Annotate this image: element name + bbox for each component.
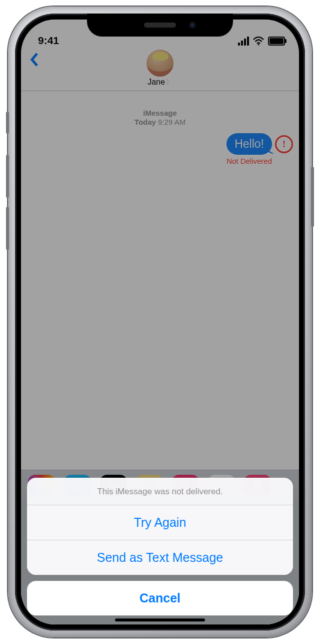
- thread-label: iMessage: [27, 109, 293, 117]
- conversation-header: Jane 〉: [21, 49, 299, 91]
- battery-icon: [268, 37, 285, 46]
- send-as-text-button[interactable]: Send as Text Message: [27, 540, 293, 575]
- volume-down: [6, 207, 9, 250]
- svg-point-0: [258, 44, 259, 45]
- action-sheet: This iMessage was not delivered. Try Aga…: [27, 478, 293, 615]
- power-button: [311, 167, 314, 227]
- phone-frame: 9:41: [8, 7, 312, 637]
- wifi-icon: [253, 36, 264, 47]
- cellular-icon: [238, 37, 249, 46]
- action-sheet-title: This iMessage was not delivered.: [27, 478, 293, 505]
- contact-name: Jane: [148, 78, 165, 87]
- error-icon[interactable]: !: [275, 135, 293, 153]
- notch: [87, 14, 233, 37]
- mute-switch: [6, 112, 9, 134]
- back-button[interactable]: [27, 51, 42, 69]
- cancel-button[interactable]: Cancel: [27, 581, 293, 615]
- message-bubble[interactable]: Hello!: [226, 133, 272, 155]
- thread-timestamp: Today 9:29 AM: [27, 118, 293, 126]
- conversation-view[interactable]: iMessage Today 9:29 AM Hello! ! Not Deli…: [21, 102, 299, 470]
- contact-info[interactable]: Jane 〉: [146, 50, 174, 87]
- try-again-button[interactable]: Try Again: [27, 505, 293, 540]
- avatar: [146, 50, 174, 77]
- home-indicator[interactable]: [115, 618, 205, 621]
- volume-up: [6, 155, 9, 198]
- chevron-right-icon: 〉: [166, 78, 172, 87]
- message-status: Not Delivered: [27, 157, 293, 165]
